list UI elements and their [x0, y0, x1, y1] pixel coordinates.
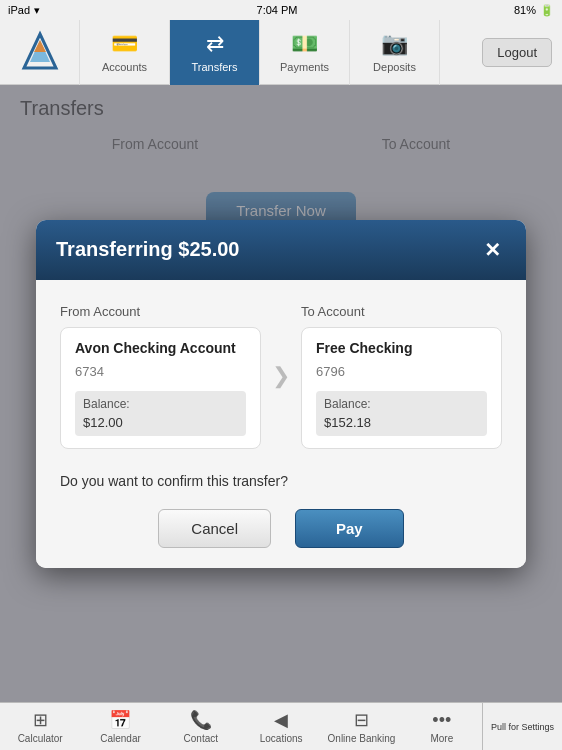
from-account-section: From Account Avon Checking Account 6734 …	[60, 304, 261, 449]
buttons-row: Cancel Pay	[60, 509, 502, 548]
contact-label: Contact	[184, 733, 218, 744]
from-account-card: Avon Checking Account 6734 Balance: $12.…	[60, 327, 261, 449]
calculator-label: Calculator	[18, 733, 63, 744]
status-bar: iPad ▾ 7:04 PM 81% 🔋	[0, 0, 562, 20]
locations-label: Locations	[260, 733, 303, 744]
pull-for-settings[interactable]: Pull for Settings	[482, 703, 562, 751]
bottom-tab-more[interactable]: ••• More	[402, 710, 482, 744]
deposits-icon: 📷	[381, 31, 408, 57]
to-balance-value: $152.18	[316, 413, 487, 436]
deposits-label: Deposits	[373, 61, 416, 73]
nav-tabs: 💳 Accounts ⇄ Transfers 💵 Payments 📷 Depo…	[80, 20, 440, 85]
to-account-number: 6796	[316, 364, 487, 379]
nav-tab-payments[interactable]: 💵 Payments	[260, 20, 350, 85]
payments-icon: 💵	[291, 31, 318, 57]
bottom-tab-locations[interactable]: ◀ Locations	[241, 709, 321, 744]
calculator-icon: ⊞	[33, 709, 48, 731]
bottom-tab-calculator[interactable]: ⊞ Calculator	[0, 709, 80, 744]
carrier-label: iPad	[8, 4, 30, 16]
battery-icon: 🔋	[540, 4, 554, 17]
from-account-label: From Account	[60, 304, 261, 319]
top-nav: 💳 Accounts ⇄ Transfers 💵 Payments 📷 Depo…	[0, 20, 562, 85]
status-right: 81% 🔋	[514, 4, 554, 17]
bottom-tab-calendar[interactable]: 📅 Calendar	[80, 709, 160, 744]
from-account-name: Avon Checking Account	[75, 340, 246, 356]
bottom-tab-contact[interactable]: 📞 Contact	[161, 709, 241, 744]
to-account-name: Free Checking	[316, 340, 487, 356]
online-banking-label: Online Banking	[328, 733, 396, 744]
payments-label: Payments	[280, 61, 329, 73]
to-account-label: To Account	[301, 304, 502, 319]
nav-tab-accounts[interactable]: 💳 Accounts	[80, 20, 170, 85]
to-account-section: To Account Free Checking 6796 Balance: $…	[301, 304, 502, 449]
to-account-card: Free Checking 6796 Balance: $152.18	[301, 327, 502, 449]
modal-title: Transferring $25.00	[56, 238, 239, 261]
transfer-arrow-icon: ❯	[261, 363, 301, 389]
calendar-icon: 📅	[109, 709, 131, 731]
accounts-icon: 💳	[111, 31, 138, 57]
contact-icon: 📞	[190, 709, 212, 731]
transfers-icon: ⇄	[206, 31, 224, 57]
locations-icon: ◀	[274, 709, 288, 731]
status-time: 7:04 PM	[257, 4, 298, 16]
settings-label: Pull for Settings	[491, 722, 554, 732]
transfers-label: Transfers	[191, 61, 237, 73]
modal-header: Transferring $25.00 ✕	[36, 220, 526, 280]
nav-tab-deposits[interactable]: 📷 Deposits	[350, 20, 440, 85]
online-banking-icon: ⊟	[354, 709, 369, 731]
more-label: More	[430, 733, 453, 744]
modal-body: From Account Avon Checking Account 6734 …	[36, 280, 526, 568]
modal-close-button[interactable]: ✕	[478, 236, 506, 264]
from-account-number: 6734	[75, 364, 246, 379]
accounts-label: Accounts	[102, 61, 147, 73]
app-logo	[0, 20, 80, 85]
to-balance-label: Balance:	[316, 391, 487, 413]
status-left: iPad ▾	[8, 4, 40, 17]
bottom-bar: ⊞ Calculator 📅 Calendar 📞 Contact ◀ Loca…	[0, 702, 562, 750]
bottom-tab-online-banking[interactable]: ⊟ Online Banking	[321, 709, 401, 744]
from-balance-value: $12.00	[75, 413, 246, 436]
more-icon: •••	[432, 710, 451, 731]
modal-overlay: Transferring $25.00 ✕ From Account Avon …	[0, 85, 562, 702]
wifi-icon: ▾	[34, 4, 40, 17]
accounts-row: From Account Avon Checking Account 6734 …	[60, 304, 502, 449]
calendar-label: Calendar	[100, 733, 141, 744]
logout-button[interactable]: Logout	[482, 38, 552, 67]
pay-button[interactable]: Pay	[295, 509, 404, 548]
cancel-button[interactable]: Cancel	[158, 509, 271, 548]
transfer-modal: Transferring $25.00 ✕ From Account Avon …	[36, 220, 526, 568]
from-balance-label: Balance:	[75, 391, 246, 413]
battery-label: 81%	[514, 4, 536, 16]
nav-tab-transfers[interactable]: ⇄ Transfers	[170, 20, 260, 85]
confirm-text: Do you want to confirm this transfer?	[60, 473, 502, 489]
